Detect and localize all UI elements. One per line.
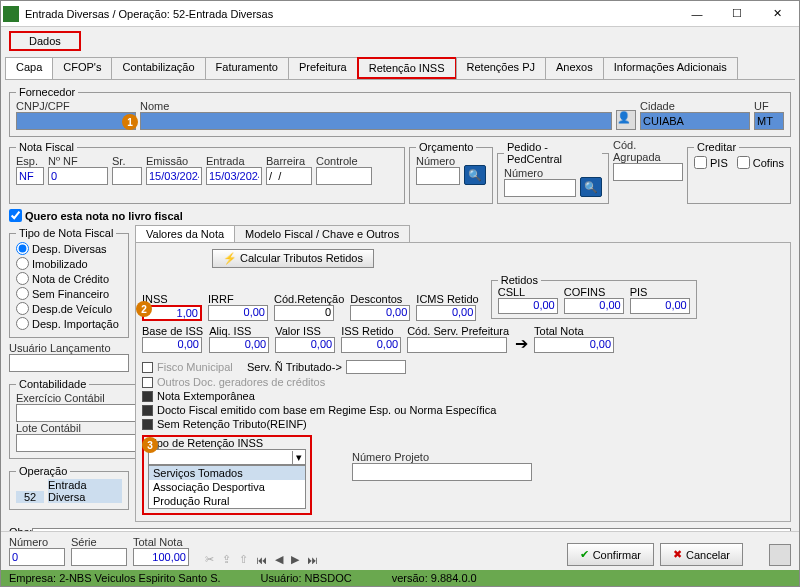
codret-value[interactable]: 0 [274,305,334,321]
barreira-input[interactable] [266,167,312,185]
entrada-input[interactable] [206,167,262,185]
nome-field[interactable] [140,112,612,130]
tab-retencoes-pj[interactable]: Retenções PJ [456,57,546,79]
desc-label: Descontos [350,293,410,305]
codserv-label: Cód. Serv. Prefeitura [407,325,509,337]
menu-dados[interactable]: Dados [9,31,81,51]
tab-retencao-inss[interactable]: Retenção INSS [357,57,457,79]
retidos-legend: Retidos [498,274,541,286]
usuario-lanc-input[interactable] [9,354,129,372]
baseiss-value[interactable]: 0,00 [142,337,202,353]
pis-ret-value[interactable]: 0,00 [630,298,690,314]
tool-icon[interactable]: ⇧ [239,553,248,566]
x-icon: ✖ [673,548,682,561]
nota-legend: Nota Fiscal [16,141,77,153]
aliqiss-value[interactable]: 0,00 [209,337,269,353]
num-projeto-input[interactable] [352,463,532,481]
tool-icon[interactable]: ⇪ [222,553,231,566]
csll-value[interactable]: 0,00 [498,298,558,314]
radio-desp-veiculo[interactable] [16,302,29,315]
status-versao-label: versão: [392,572,428,584]
tab-faturamento[interactable]: Faturamento [205,57,289,79]
valores-panel: ⚡ Calcular Tributos Retidos INSS1,002 IR… [135,243,791,522]
tab-cfops[interactable]: CFOP's [52,57,112,79]
valiss-value[interactable]: 0,00 [275,337,335,353]
cidade-label: Cidade [640,100,750,112]
cod-agr-input[interactable] [613,163,683,181]
pis-ret-label: PIS [630,286,690,298]
corner-icon [769,544,791,566]
irrf-value[interactable]: 0,00 [208,305,268,321]
nnf-input[interactable] [48,167,108,185]
controle-input[interactable] [316,167,372,185]
nome-label: Nome [140,100,612,112]
subtab-valores[interactable]: Valores da Nota [135,225,235,242]
outros-label: Outros Doc. geradores de créditos [157,376,325,388]
tab-contabilizacao[interactable]: Contabilização [111,57,205,79]
pis-checkbox[interactable] [694,156,707,169]
opt-assoc-desportiva[interactable]: Associação Desportiva [149,480,305,494]
bottom-serie-input[interactable] [71,548,127,566]
opt-producao-rural[interactable]: Produção Rural [149,494,305,508]
callout-1: 1 [122,114,138,130]
extemp-checkbox[interactable] [142,391,153,402]
cancelar-button[interactable]: ✖Cancelar [660,543,743,566]
esp-input[interactable] [16,167,44,185]
tab-info-adicionais[interactable]: Informações Adicionais [603,57,738,79]
esp-label: Esp. [16,155,44,167]
serv-nt-input[interactable] [346,360,406,374]
total-nota-value[interactable]: 0,00 [534,337,614,353]
opt-servicos-tomados[interactable]: Serviços Tomados [149,466,305,480]
orc-num-input[interactable] [416,167,460,185]
ped-search-button[interactable]: 🔍 [580,177,602,197]
bottom-total-input[interactable] [133,548,189,566]
calcular-button[interactable]: ⚡ Calcular Tributos Retidos [212,249,374,268]
nav-last-icon[interactable]: ⏭ [307,554,318,566]
retidos-group: Retidos CSLL0,00 COFINS0,00 PIS0,00 [491,274,697,319]
orc-search-button[interactable]: 🔍 [464,165,486,185]
uf-field: MT [754,112,784,130]
radio-sem-financeiro[interactable] [16,287,29,300]
icmsret-value[interactable]: 0,00 [416,305,476,321]
radio-desp-diversas[interactable] [16,242,29,255]
nav-next-icon[interactable]: ▶ [291,553,299,566]
maximize-button[interactable]: ☐ [717,3,757,25]
main-tabs: Capa CFOP's Contabilização Faturamento P… [5,57,795,80]
tipo-ret-dropdown[interactable]: ▾ [148,449,306,465]
inss-label: INSS [142,293,202,305]
tipo-nota-legend: Tipo de Nota Fiscal [16,227,116,239]
semret-checkbox[interactable] [142,419,153,430]
issret-value[interactable]: 0,00 [341,337,401,353]
nav-prev-icon[interactable]: ◀ [275,553,283,566]
tool-icon[interactable]: ✂ [205,553,214,566]
cofins-value[interactable]: 0,00 [564,298,624,314]
radio-desp-importacao[interactable] [16,317,29,330]
minimize-button[interactable]: — [677,3,717,25]
confirmar-button[interactable]: ✔Confirmar [567,543,654,566]
nav-first-icon[interactable]: ⏮ [256,554,267,566]
radio-imobilizado[interactable] [16,257,29,270]
pedido-group: Pedido - PedCentral Número🔍 [497,141,609,204]
fisco-checkbox[interactable] [142,362,153,373]
emissao-input[interactable] [146,167,202,185]
radio-nota-credito[interactable] [16,272,29,285]
desc-value[interactable]: 0,00 [350,305,410,321]
tab-anexos[interactable]: Anexos [545,57,604,79]
ped-num-input[interactable] [504,179,576,197]
subtab-modelo[interactable]: Modelo Fiscal / Chave e Outros [234,225,410,242]
bottom-num-input[interactable] [9,548,65,566]
close-button[interactable]: ✕ [757,3,797,25]
codserv-value[interactable] [407,337,507,353]
docto-checkbox[interactable] [142,405,153,416]
cnpj-field[interactable] [16,112,136,130]
operacao-group: Operação 52Entrada Diversa [9,465,129,510]
calc-btn-label: Calcular Tributos Retidos [240,252,363,264]
tab-capa[interactable]: Capa [5,57,53,79]
tab-prefeitura[interactable]: Prefeitura [288,57,358,79]
livro-fiscal-checkbox[interactable] [9,209,22,222]
sr-input[interactable] [112,167,142,185]
nnf-label: Nº NF [48,155,108,167]
cofins-checkbox[interactable] [737,156,750,169]
outros-checkbox[interactable] [142,377,153,388]
app-icon [3,6,19,22]
